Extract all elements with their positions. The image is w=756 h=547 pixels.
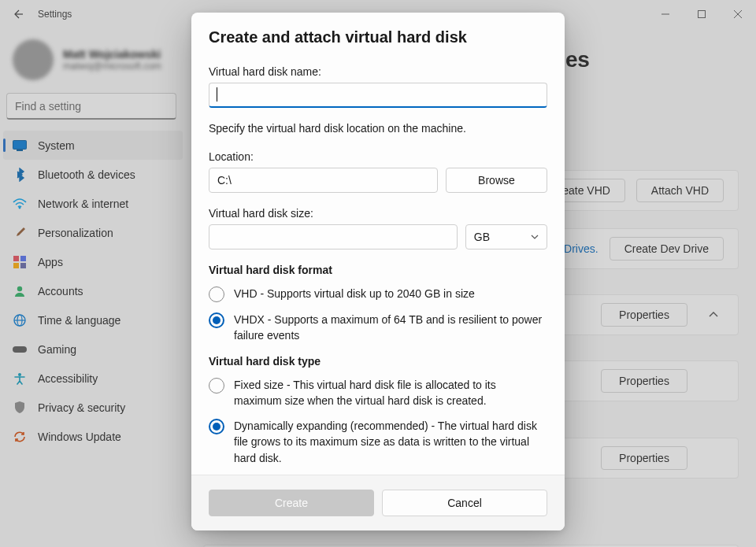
radio-label: Fixed size - This virtual hard disk file… — [234, 377, 544, 409]
location-hint: Specify the virtual hard disk location o… — [209, 122, 547, 135]
size-input[interactable] — [209, 224, 458, 249]
size-label: Virtual hard disk size: — [209, 207, 547, 220]
radio-icon — [209, 378, 224, 394]
radio-label: VHDX - Supports a maximum of 64 TB and i… — [234, 312, 544, 344]
create-vhd-dialog: Create and attach virtual hard disk Virt… — [191, 13, 565, 530]
radio-dynamic[interactable]: Dynamically expanding (recommended) - Th… — [209, 418, 547, 466]
radio-fixed[interactable]: Fixed size - This virtual hard disk file… — [209, 377, 547, 409]
location-input[interactable]: C:\ — [209, 168, 438, 193]
chevron-down-icon — [531, 235, 539, 239]
create-button[interactable]: Create — [209, 490, 374, 516]
radio-icon — [209, 419, 224, 434]
type-section-label: Virtual hard disk type — [209, 355, 547, 368]
vhd-name-label: Virtual hard disk name: — [209, 65, 547, 78]
radio-label: VHD - Supports virtual disk up to 2040 G… — [234, 286, 475, 301]
radio-icon — [209, 286, 224, 302]
cancel-button[interactable]: Cancel — [382, 490, 547, 516]
browse-button[interactable]: Browse — [446, 168, 547, 193]
dialog-footer: Create Cancel — [191, 475, 565, 530]
radio-icon — [209, 312, 224, 328]
vhd-name-input[interactable] — [209, 83, 547, 108]
radio-label: Dynamically expanding (recommended) - Th… — [234, 418, 544, 466]
text-caret — [217, 87, 217, 102]
format-section-label: Virtual hard disk format — [209, 264, 547, 276]
radio-vhdx[interactable]: VHDX - Supports a maximum of 64 TB and i… — [209, 312, 547, 344]
location-label: Location: — [209, 150, 547, 163]
radio-vhd[interactable]: VHD - Supports virtual disk up to 2040 G… — [209, 286, 547, 302]
dialog-title: Create and attach virtual hard disk — [209, 28, 547, 46]
size-unit-select[interactable]: GB — [465, 224, 547, 249]
